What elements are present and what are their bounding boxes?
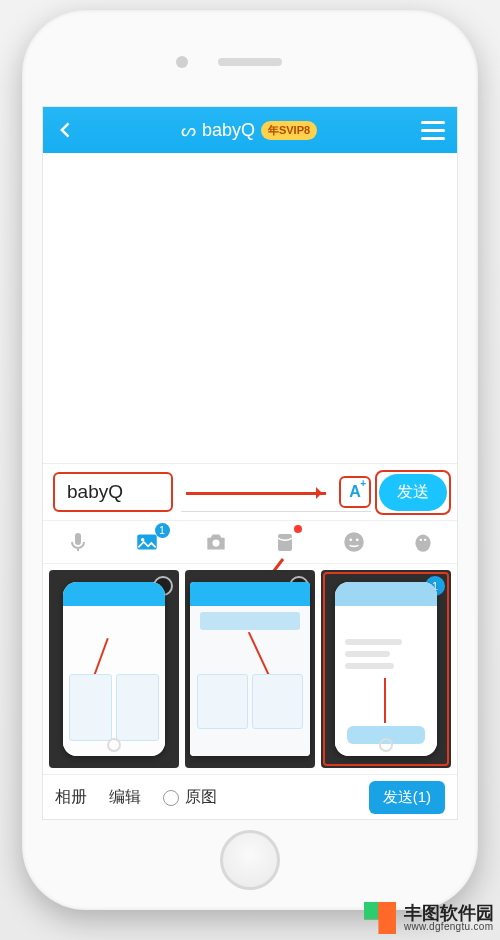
more-button[interactable]	[408, 527, 438, 557]
font-size-button[interactable]: A+	[339, 476, 371, 508]
gallery-send-button[interactable]: 发送(1)	[369, 781, 445, 814]
chat-title: ᔕ babyQ 年SVIP8	[181, 120, 317, 141]
smile-icon	[341, 529, 367, 555]
message-input-bar: babyQ A+ 发送	[43, 463, 457, 520]
send-wrapper: 发送	[379, 474, 447, 511]
annotation-arrow	[186, 492, 326, 495]
microphone-icon	[66, 530, 90, 554]
gallery-thumb[interactable]	[185, 570, 315, 768]
edit-button[interactable]: 编辑	[109, 787, 141, 808]
stage: ᔕ babyQ 年SVIP8 babyQ	[0, 0, 500, 940]
red-packet-icon	[273, 530, 297, 554]
send-button[interactable]: 发送	[379, 474, 447, 511]
gallery-action-bar: 相册 编辑 原图 发送(1)	[43, 774, 457, 820]
phone-frame: ᔕ babyQ 年SVIP8 babyQ	[22, 10, 478, 910]
voice-button[interactable]	[63, 527, 93, 557]
phone-speaker	[218, 58, 282, 66]
svg-rect-4	[278, 534, 292, 551]
svg-rect-1	[137, 534, 157, 549]
svg-point-6	[349, 538, 352, 541]
watermark-text: 丰图软件园 www.dgfengtu.com	[404, 904, 494, 932]
font-icon-label: A	[349, 483, 361, 501]
back-button[interactable]	[55, 119, 77, 141]
input-middle: A+	[181, 472, 371, 512]
radio-icon	[163, 790, 179, 806]
font-icon-plus: +	[360, 478, 366, 489]
home-button[interactable]	[220, 830, 280, 890]
notification-dot	[294, 525, 302, 533]
gallery-thumb[interactable]	[49, 570, 179, 768]
svg-point-10	[423, 539, 425, 541]
watermark-logo-icon	[364, 902, 396, 934]
svip-badge: 年SVIP8	[261, 121, 317, 140]
chevron-left-icon	[56, 120, 76, 140]
attachment-toolbar: 1	[43, 520, 457, 564]
original-label: 原图	[185, 787, 217, 808]
svg-point-7	[355, 538, 358, 541]
app-screen: ᔕ babyQ 年SVIP8 babyQ	[42, 106, 458, 820]
chat-message-area[interactable]	[43, 153, 457, 463]
photo-button[interactable]: 1	[132, 527, 162, 557]
menu-icon-bar	[421, 129, 445, 132]
original-toggle[interactable]: 原图	[163, 787, 217, 808]
svg-point-5	[344, 532, 364, 552]
menu-button[interactable]	[421, 121, 445, 140]
menu-icon-bar	[421, 121, 445, 124]
camera-button[interactable]	[201, 527, 231, 557]
photo-gallery-strip[interactable]: 1	[43, 564, 457, 774]
album-button[interactable]: 相册	[55, 787, 87, 808]
svg-point-8	[415, 534, 430, 551]
gallery-thumb-selected[interactable]: 1	[321, 570, 451, 768]
emoji-button[interactable]	[339, 527, 369, 557]
watermark-url: www.dgfengtu.com	[404, 922, 494, 932]
chat-title-text: babyQ	[202, 120, 255, 141]
message-input[interactable]: babyQ	[53, 472, 173, 512]
ear-icon: ᔕ	[181, 120, 196, 141]
thumb-preview	[335, 582, 436, 756]
thumb-preview	[190, 582, 310, 756]
svg-point-3	[212, 540, 219, 547]
menu-icon-bar	[421, 137, 445, 140]
svg-point-9	[419, 539, 421, 541]
thumb-preview	[63, 582, 164, 756]
photo-badge: 1	[155, 523, 170, 538]
penguin-icon	[410, 529, 436, 555]
watermark: 丰图软件园 www.dgfengtu.com	[358, 896, 500, 940]
svg-rect-0	[75, 533, 81, 545]
watermark-name: 丰图软件园	[404, 904, 494, 922]
red-packet-button[interactable]	[270, 527, 300, 557]
phone-camera	[176, 56, 188, 68]
camera-icon	[203, 529, 229, 555]
chat-titlebar: ᔕ babyQ 年SVIP8	[43, 107, 457, 153]
message-input-text: babyQ	[67, 481, 123, 503]
